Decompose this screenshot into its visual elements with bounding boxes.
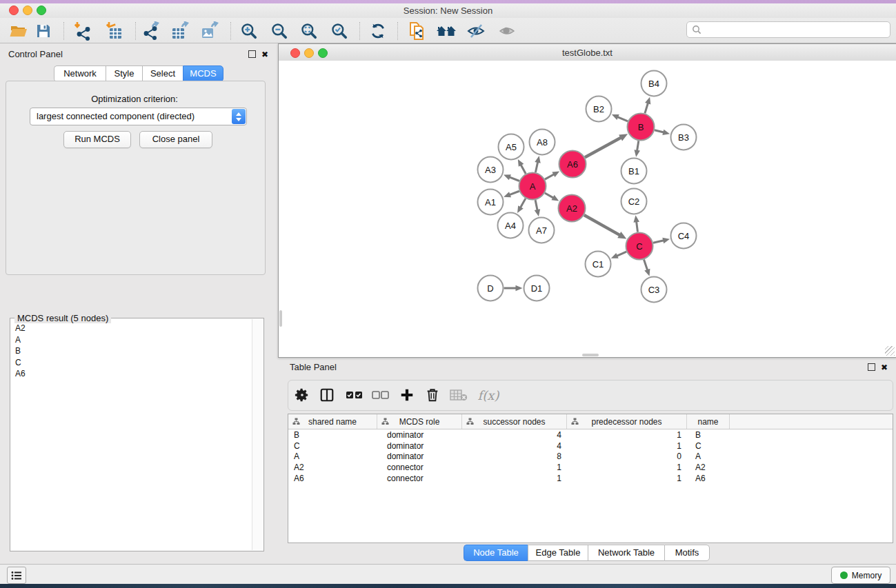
graph-node-C3[interactable]: C3: [641, 277, 667, 303]
graph-node-C1[interactable]: C1: [586, 252, 611, 277]
table-settings-icon[interactable]: [291, 385, 313, 405]
zoom-selected-icon[interactable]: [329, 21, 350, 41]
column-header-successor-nodes[interactable]: successor nodes: [462, 414, 567, 429]
tab-motifs[interactable]: Motifs: [664, 545, 710, 561]
network-canvas[interactable]: B4B2BB3A8A5A6A3B1AA1C2A2A4A7C4CC1DD1C3: [279, 61, 896, 357]
hide-graphics-details-icon[interactable]: [466, 21, 486, 41]
tab-select[interactable]: Select: [142, 65, 183, 82]
table-row[interactable]: A2connector11A2: [288, 463, 893, 474]
canvas-vscroll-mark[interactable]: [279, 310, 282, 327]
graph-node-A[interactable]: A: [519, 173, 546, 200]
import-network-icon[interactable]: [72, 21, 93, 41]
home-icon[interactable]: [436, 21, 457, 41]
open-file-icon[interactable]: [8, 21, 29, 41]
resize-grip-icon[interactable]: [885, 346, 895, 356]
float-panel-icon[interactable]: [248, 50, 256, 58]
table-row[interactable]: Cdominator41C: [288, 441, 893, 452]
column-header-name[interactable]: name: [687, 414, 730, 429]
network-from-selection-icon[interactable]: [407, 21, 428, 41]
graph-node-A7[interactable]: A7: [529, 218, 555, 243]
optimization-criterion-select[interactable]: largest connected component (directed): [30, 108, 247, 125]
mcds-result-list[interactable]: A2ABCA6: [11, 323, 252, 550]
graph-edge-A-A7[interactable]: [535, 200, 537, 210]
mcds-result-item[interactable]: A2: [11, 323, 252, 334]
add-column-icon[interactable]: [396, 385, 418, 405]
graph-edge-B-B4[interactable]: [645, 103, 648, 113]
graph-edge-C-C2[interactable]: [637, 221, 638, 232]
export-table-icon[interactable]: [170, 21, 190, 41]
graph-node-A8[interactable]: A8: [530, 130, 555, 155]
graph-node-A2[interactable]: A2: [559, 195, 586, 222]
tab-style[interactable]: Style: [106, 65, 142, 82]
graph-edge-A-A3[interactable]: [509, 177, 519, 181]
mcds-result-item[interactable]: C: [11, 357, 252, 369]
apply-layout-icon[interactable]: [368, 21, 388, 41]
graph-edge-C-C1[interactable]: [617, 252, 626, 256]
zoom-fit-icon[interactable]: [299, 21, 319, 41]
mcds-result-item[interactable]: A6: [11, 368, 252, 380]
column-browser-icon[interactable]: [316, 385, 338, 405]
graph-edge-B-B3[interactable]: [655, 130, 664, 132]
graph-edge-A-A5[interactable]: [521, 165, 526, 174]
table-float-panel-icon[interactable]: [868, 363, 875, 371]
close-panel-icon[interactable]: ✖: [261, 51, 268, 58]
graph-edge-B-B2[interactable]: [617, 117, 628, 121]
tab-edge-table[interactable]: Edge Table: [528, 545, 588, 561]
table-row[interactable]: Bdominator41B: [288, 430, 893, 441]
mcds-result-item[interactable]: A: [11, 334, 252, 346]
graph-node-B1[interactable]: B1: [621, 159, 647, 184]
graph-edge-A-A2[interactable]: [545, 193, 554, 198]
graph-edge-A-A8[interactable]: [535, 162, 537, 172]
graph-edge-A6-B[interactable]: [585, 138, 621, 158]
search-field[interactable]: [686, 21, 890, 38]
graph-edge-A-A4[interactable]: [520, 199, 526, 207]
graph-node-A4[interactable]: A4: [498, 213, 524, 239]
graph-node-A1[interactable]: A1: [478, 190, 504, 215]
deselect-all-icon[interactable]: [370, 385, 392, 405]
table-row[interactable]: A6connector11A6: [288, 474, 893, 485]
graph-node-C4[interactable]: C4: [671, 223, 697, 249]
graph-edge-A2-C[interactable]: [584, 215, 620, 235]
graph-edge-A-A1[interactable]: [510, 191, 519, 194]
tab-node-table[interactable]: Node Table: [464, 545, 528, 561]
result-scrollbar[interactable]: [252, 319, 263, 550]
graph-node-D1[interactable]: D1: [524, 276, 550, 301]
graph-edge-B-B1[interactable]: [637, 141, 639, 151]
zoom-out-icon[interactable]: [269, 21, 290, 41]
graph-node-B2[interactable]: B2: [586, 97, 612, 122]
graph-node-A6[interactable]: A6: [559, 151, 586, 178]
graph-edge-C-C3[interactable]: [644, 259, 647, 270]
graph-node-B4[interactable]: B4: [641, 71, 667, 97]
function-builder-icon[interactable]: f(x): [473, 385, 504, 405]
zoom-in-icon[interactable]: [239, 21, 259, 41]
network-window-titlebar[interactable]: testGlobe.txt: [279, 44, 896, 61]
tab-network[interactable]: Network: [54, 65, 106, 82]
search-input[interactable]: [701, 25, 890, 34]
import-table-icon[interactable]: [103, 21, 124, 41]
graph-node-C[interactable]: C: [626, 233, 653, 260]
column-header-shared-name[interactable]: shared name: [288, 414, 377, 429]
close-panel-button[interactable]: Close panel: [139, 131, 212, 148]
export-network-icon[interactable]: [141, 21, 161, 41]
graph-node-B[interactable]: B: [628, 114, 655, 141]
run-mcds-button[interactable]: Run MCDS: [63, 131, 131, 148]
graph-node-D[interactable]: D: [478, 276, 504, 301]
column-header-MCDS-role[interactable]: MCDS role: [377, 414, 462, 429]
select-all-icon[interactable]: [344, 385, 366, 405]
table-row[interactable]: Adominator80A: [288, 452, 893, 463]
delete-table-icon[interactable]: [448, 385, 470, 405]
tab-network-table[interactable]: Network Table: [588, 545, 664, 561]
graph-edge-C-C4[interactable]: [653, 241, 664, 243]
tab-mcds[interactable]: MCDS: [183, 65, 223, 82]
mcds-result-item[interactable]: B: [11, 345, 252, 357]
export-image-icon[interactable]: [199, 21, 220, 41]
table-close-panel-icon[interactable]: ✖: [881, 364, 888, 371]
graph-edge-A-A6[interactable]: [545, 174, 554, 179]
save-session-icon[interactable]: [33, 21, 54, 41]
task-history-button[interactable]: [7, 567, 26, 584]
show-graphics-icon[interactable]: [497, 21, 517, 41]
canvas-hscroll-mark[interactable]: [582, 354, 599, 356]
graph-node-A5[interactable]: A5: [499, 134, 524, 160]
delete-column-icon[interactable]: [421, 385, 444, 405]
graph-node-A3[interactable]: A3: [478, 157, 504, 183]
